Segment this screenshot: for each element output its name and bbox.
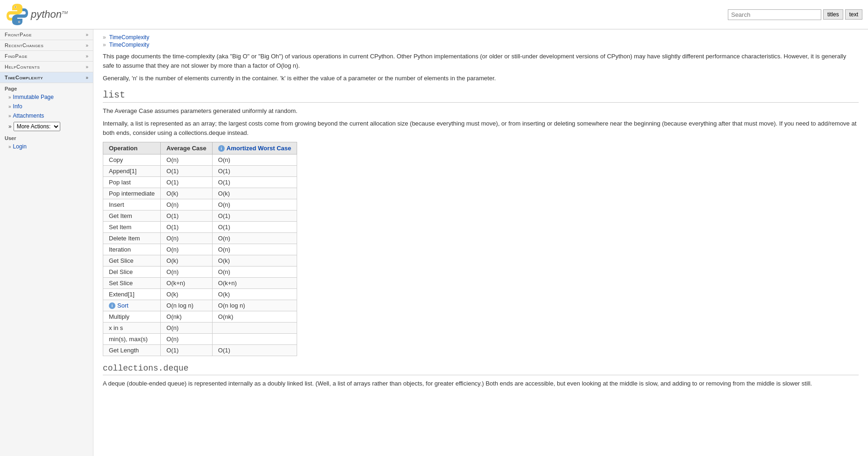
table-cell-amortized: O(k) bbox=[212, 188, 297, 199]
sidebar-item-timecomplexity[interactable]: TimeComplexity » bbox=[0, 72, 93, 83]
sidebar-label-frontpage: FrontPage bbox=[5, 32, 32, 37]
sidebar-item-login[interactable]: » Login bbox=[0, 142, 93, 151]
table-cell-avg: O(1) bbox=[161, 222, 213, 233]
table-cell-operation: iSort bbox=[103, 300, 161, 311]
table-row: Pop lastO(1)O(1) bbox=[103, 177, 297, 188]
table-cell-amortized: O(1) bbox=[212, 345, 297, 356]
arrow-icon: » bbox=[8, 144, 11, 149]
sidebar-item-attachments[interactable]: » Attachments bbox=[0, 111, 93, 120]
table-cell-avg: O(n) bbox=[161, 334, 213, 345]
page-intro-1: This page documents the time-complexity … bbox=[103, 52, 859, 70]
table-cell-amortized: O(n) bbox=[212, 199, 297, 210]
col-amortized: i Amortized Worst Case bbox=[212, 142, 297, 154]
list-table-body: CopyO(n)O(n)Append[1]O(1)O(1)Pop lastO(1… bbox=[103, 154, 297, 356]
table-cell-amortized: O(1) bbox=[212, 177, 297, 188]
table-cell-avg: O(1) bbox=[161, 210, 213, 222]
list-section-heading: list bbox=[103, 90, 859, 103]
table-cell-avg: O(1) bbox=[161, 177, 213, 188]
text-button[interactable]: text bbox=[845, 9, 862, 20]
table-cell-avg: O(k) bbox=[161, 255, 213, 267]
sidebar-item-findpage[interactable]: FindPage » bbox=[0, 51, 93, 62]
amortized-header: i Amortized Worst Case bbox=[218, 145, 291, 152]
table-cell-operation: Del Slice bbox=[103, 267, 161, 278]
sidebar-item-immutable-page[interactable]: » Immutable Page bbox=[0, 92, 93, 102]
sidebar-label-recentchanges: RecentChanges bbox=[5, 42, 43, 48]
table-cell-amortized: O(nk) bbox=[212, 311, 297, 323]
page-intro-2: Generally, 'n' is the number of elements… bbox=[103, 74, 859, 83]
sidebar-item-helpcontents[interactable]: HelpContents » bbox=[0, 62, 93, 72]
table-cell-avg: O(n) bbox=[161, 244, 213, 255]
top-bar: pythonTM titles text bbox=[0, 0, 868, 29]
table-cell-operation: Delete Item bbox=[103, 233, 161, 244]
table-cell-avg: O(k+n) bbox=[161, 278, 213, 289]
table-cell-avg: O(n) bbox=[161, 154, 213, 166]
table-cell-amortized bbox=[212, 334, 297, 345]
table-cell-amortized: O(n) bbox=[212, 267, 297, 278]
table-row: Set SliceO(k+n)O(k+n) bbox=[103, 278, 297, 289]
table-cell-amortized: O(n) bbox=[212, 154, 297, 166]
table-cell-operation: Get Item bbox=[103, 210, 161, 222]
svg-point-3 bbox=[19, 21, 20, 22]
list-internal-desc: Internally, a list is represented as an … bbox=[103, 119, 859, 137]
breadcrumb-link-2[interactable]: TimeComplexity bbox=[109, 42, 149, 48]
sidebar-arrow-frontpage: » bbox=[85, 32, 88, 37]
breadcrumb-link-1[interactable]: TimeComplexity bbox=[109, 34, 149, 41]
breadcrumb-2: » TimeComplexity bbox=[103, 42, 859, 48]
breadcrumb-arrow-icon: » bbox=[103, 42, 106, 48]
table-cell-operation: Get Slice bbox=[103, 255, 161, 267]
table-cell-operation: Extend[1] bbox=[103, 289, 161, 300]
table-cell-amortized bbox=[212, 323, 297, 334]
table-row: Get ItemO(1)O(1) bbox=[103, 210, 297, 222]
sidebar-arrow-helpcontents: » bbox=[85, 64, 88, 70]
trademark-symbol: TM bbox=[62, 10, 68, 15]
deque-description: A deque (double-ended queue) is represen… bbox=[103, 379, 859, 388]
table-row: Append[1]O(1)O(1) bbox=[103, 166, 297, 177]
sidebar-user-section: User bbox=[0, 133, 93, 142]
sidebar: FrontPage » RecentChanges » FindPage » H… bbox=[0, 29, 93, 456]
table-row: Pop intermediateO(k)O(k) bbox=[103, 188, 297, 199]
arrow-icon: » bbox=[8, 123, 12, 130]
main-content: » TimeComplexity » TimeComplexity This p… bbox=[93, 29, 868, 456]
sidebar-label-helpcontents: HelpContents bbox=[5, 64, 40, 70]
table-row: Get LengthO(1)O(1) bbox=[103, 345, 297, 356]
table-row: CopyO(n)O(n) bbox=[103, 154, 297, 166]
table-cell-avg: O(k) bbox=[161, 188, 213, 199]
col-amortized-label[interactable]: Amortized Worst Case bbox=[227, 145, 291, 152]
sidebar-arrow-recentchanges: » bbox=[85, 43, 88, 48]
table-cell-avg: O(1) bbox=[161, 166, 213, 177]
table-cell-operation: Iteration bbox=[103, 244, 161, 255]
arrow-icon: » bbox=[8, 95, 11, 100]
table-row: InsertO(n)O(n) bbox=[103, 199, 297, 210]
search-input[interactable] bbox=[728, 9, 821, 20]
titles-button[interactable]: titles bbox=[823, 9, 843, 20]
arrow-icon: » bbox=[8, 113, 11, 119]
info-icon: i bbox=[218, 145, 225, 152]
table-cell-avg: O(n) bbox=[161, 233, 213, 244]
table-cell-operation: min(s), max(s) bbox=[103, 334, 161, 345]
table-row: min(s), max(s)O(n) bbox=[103, 334, 297, 345]
table-cell-amortized: O(1) bbox=[212, 222, 297, 233]
table-cell-operation: Insert bbox=[103, 199, 161, 210]
list-complexity-table: Operation Average Case i Amortized Worst… bbox=[103, 142, 297, 356]
table-cell-amortized: O(n) bbox=[212, 233, 297, 244]
sidebar-page-section: Page bbox=[0, 83, 93, 92]
table-cell-avg: O(k) bbox=[161, 289, 213, 300]
table-cell-amortized: O(n log n) bbox=[212, 300, 297, 311]
sidebar-item-frontpage[interactable]: FrontPage » bbox=[0, 29, 93, 40]
sort-link[interactable]: Sort bbox=[117, 302, 128, 309]
table-cell-amortized: O(k) bbox=[212, 255, 297, 267]
table-cell-avg: O(n) bbox=[161, 199, 213, 210]
table-cell-avg: O(n) bbox=[161, 323, 213, 334]
col-average-case: Average Case bbox=[161, 142, 213, 154]
table-row: Get SliceO(k)O(k) bbox=[103, 255, 297, 267]
sidebar-item-info[interactable]: » Info bbox=[0, 102, 93, 111]
table-row: Extend[1]O(k)O(k) bbox=[103, 289, 297, 300]
sidebar-item-recentchanges[interactable]: RecentChanges » bbox=[0, 40, 93, 51]
deque-section-heading: collections.deque bbox=[103, 364, 859, 375]
sidebar-arrow-timecomplexity: » bbox=[85, 75, 88, 80]
sidebar-label-immutable-page: Immutable Page bbox=[13, 94, 54, 100]
table-cell-operation: Copy bbox=[103, 154, 161, 166]
more-actions-select[interactable]: More Actions: bbox=[14, 122, 60, 131]
more-actions-row: » More Actions: bbox=[0, 120, 93, 133]
table-cell-operation: x in s bbox=[103, 323, 161, 334]
